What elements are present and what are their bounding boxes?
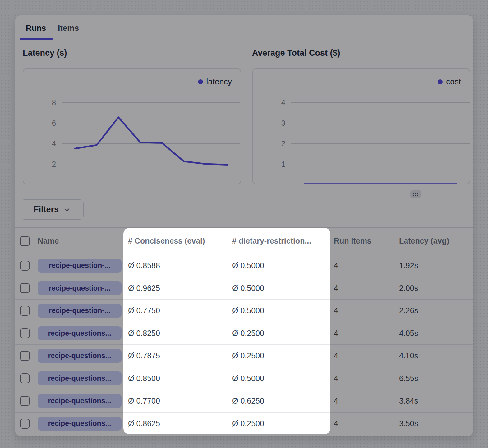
dietary-value: Ø 0.5000 — [232, 306, 264, 315]
latency-value: 6.55s — [399, 374, 418, 383]
table-row[interactable]: recipe-questions... Ø 0.7700 Ø 0.6250 4 … — [15, 390, 473, 413]
run-name-pill[interactable]: recipe-question-... — [38, 259, 122, 273]
row-checkbox[interactable] — [20, 283, 30, 293]
column-header-name[interactable]: Name — [38, 228, 124, 254]
run-name-pill[interactable]: recipe-questions... — [38, 417, 122, 431]
tab-items[interactable]: Items — [58, 23, 79, 33]
tab-runs[interactable]: Runs — [26, 23, 46, 33]
svg-text:8: 8 — [52, 98, 56, 107]
svg-text:1: 1 — [281, 160, 285, 168]
cost-chart-title: Average Total Cost ($) — [252, 48, 340, 58]
conciseness-value: Ø 0.7750 — [128, 306, 160, 315]
svg-text:6: 6 — [52, 119, 56, 127]
run-name-pill[interactable]: recipe-questions... — [38, 326, 122, 340]
active-tab-indicator — [20, 38, 53, 40]
row-checkbox[interactable] — [20, 351, 30, 361]
dietary-value: Ø 0.5000 — [232, 284, 264, 293]
dietary-value: Ø 0.6250 — [232, 396, 264, 405]
latency-value: 1.92s — [399, 261, 418, 270]
table-row[interactable]: recipe-questions... Ø 0.8500 Ø 0.5000 4 … — [15, 367, 473, 390]
column-header-dietary[interactable]: # dietary-restriction... — [228, 228, 331, 254]
cost-legend-label: cost — [446, 77, 461, 86]
dietary-value: Ø 0.2500 — [232, 351, 264, 360]
panel-divider — [15, 194, 473, 194]
svg-text:2: 2 — [281, 139, 285, 148]
row-checkbox[interactable] — [20, 261, 30, 271]
conciseness-value: Ø 0.8500 — [128, 374, 160, 383]
run-name-pill[interactable]: recipe-question-... — [38, 281, 122, 295]
chevron-down-icon — [63, 206, 71, 214]
table-row[interactable]: recipe-questions... Ø 0.7875 Ø 0.2500 4 … — [15, 345, 473, 367]
latency-legend-label: latency — [206, 77, 232, 86]
table-row[interactable]: recipe-question-... Ø 0.7750 Ø 0.5000 4 … — [15, 300, 473, 322]
filters-button-label: Filters — [34, 205, 59, 214]
run-items-value: 4 — [334, 306, 338, 315]
latency-value: 2.26s — [399, 306, 418, 315]
runs-panel-card: Runs Items Latency (s) 8642 latency Aver… — [15, 15, 473, 436]
conciseness-value: Ø 0.7875 — [128, 351, 160, 360]
svg-text:4: 4 — [52, 139, 56, 148]
tab-bar: Runs Items — [15, 15, 473, 42]
cost-legend-dot — [438, 79, 443, 84]
grip-dots-icon — [413, 193, 418, 196]
table-header-row: Name # Conciseness (eval) # dietary-rest… — [15, 228, 473, 254]
svg-text:4: 4 — [281, 98, 285, 107]
panel-resize-handle[interactable] — [410, 190, 421, 198]
run-items-value: 4 — [334, 261, 338, 270]
dietary-value: Ø 0.5000 — [232, 374, 264, 383]
runs-table: Name # Conciseness (eval) # dietary-rest… — [15, 227, 473, 435]
dietary-value: Ø 0.2500 — [232, 419, 264, 428]
latency-value: 4.05s — [399, 329, 418, 338]
column-header-latency[interactable]: Latency (avg) — [395, 228, 473, 254]
table-body: recipe-question-... Ø 0.8588 Ø 0.5000 4 … — [15, 254, 473, 435]
row-checkbox[interactable] — [20, 328, 30, 338]
conciseness-value: Ø 0.8588 — [128, 261, 160, 270]
run-items-value: 4 — [334, 374, 338, 383]
latency-value: 2.00s — [399, 284, 418, 293]
select-all-checkbox[interactable] — [20, 236, 30, 246]
run-name-pill[interactable]: recipe-questions... — [38, 371, 122, 385]
run-name-pill[interactable]: recipe-question-... — [38, 304, 122, 318]
row-checkbox[interactable] — [20, 396, 30, 406]
row-checkbox[interactable] — [20, 373, 30, 383]
latency-value: 3.50s — [399, 419, 418, 428]
latency-chart: 8642 latency — [23, 68, 241, 184]
row-checkbox[interactable] — [20, 306, 30, 316]
run-name-pill[interactable]: recipe-questions... — [38, 394, 122, 408]
table-row[interactable]: recipe-questions... Ø 0.8625 Ø 0.2500 4 … — [15, 413, 473, 435]
table-row[interactable]: recipe-question-... Ø 0.9625 Ø 0.5000 4 … — [15, 277, 473, 300]
cost-legend: cost — [438, 77, 461, 86]
column-header-run-items[interactable]: Run Items — [331, 228, 395, 254]
column-header-conciseness[interactable]: # Conciseness (eval) — [124, 228, 228, 254]
cost-chart: 4321 cost — [252, 68, 470, 184]
table-row[interactable]: recipe-questions... Ø 0.8250 Ø 0.2500 4 … — [15, 322, 473, 345]
latency-legend-dot — [198, 79, 203, 84]
run-items-value: 4 — [334, 419, 338, 428]
latency-value: 3.84s — [399, 396, 418, 405]
svg-text:3: 3 — [281, 119, 285, 127]
dietary-value: Ø 0.2500 — [232, 329, 264, 338]
conciseness-value: Ø 0.9625 — [128, 284, 160, 293]
run-items-value: 4 — [334, 351, 338, 360]
latency-legend: latency — [198, 77, 232, 86]
table-row[interactable]: recipe-question-... Ø 0.8588 Ø 0.5000 4 … — [15, 254, 473, 277]
dietary-value: Ø 0.5000 — [232, 261, 264, 270]
conciseness-value: Ø 0.7700 — [128, 396, 160, 405]
conciseness-value: Ø 0.8250 — [128, 329, 160, 338]
row-checkbox[interactable] — [20, 419, 30, 429]
run-items-value: 4 — [334, 329, 338, 338]
run-items-value: 4 — [334, 396, 338, 405]
run-items-value: 4 — [334, 284, 338, 293]
svg-text:2: 2 — [52, 160, 56, 168]
latency-value: 4.10s — [399, 351, 418, 360]
run-name-pill[interactable]: recipe-questions... — [38, 349, 122, 363]
latency-chart-title: Latency (s) — [23, 48, 67, 58]
filters-button[interactable]: Filters — [21, 199, 84, 220]
conciseness-value: Ø 0.8625 — [128, 419, 160, 428]
